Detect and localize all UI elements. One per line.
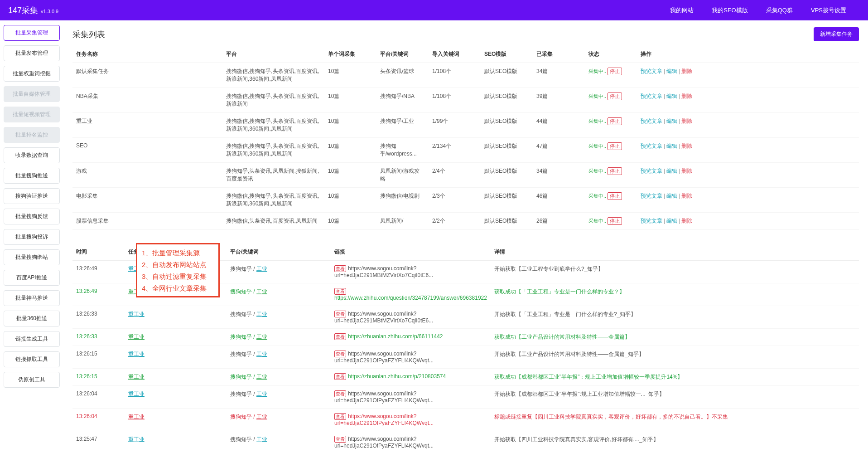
table-row: 重工业搜狗微信,搜狗知乎,头条资讯,百度资讯,新浪新闻,360新闻,凤凰新闻10…: [72, 113, 859, 138]
edit-link[interactable]: 编辑: [666, 143, 677, 149]
task-ops: 预览文章|编辑|删除: [637, 213, 859, 230]
sidebar-item-8[interactable]: 搜狗验证推送: [4, 188, 60, 204]
keyword-link[interactable]: 工业: [256, 374, 267, 380]
log-detail: 获取成功【「工业工程」专业是一门什么样的专业？】: [491, 283, 859, 306]
stop-button[interactable]: 停止: [608, 217, 622, 225]
stop-button[interactable]: 停止: [608, 167, 622, 175]
keyword-link[interactable]: 工业: [256, 436, 267, 443]
task-link[interactable]: 重工业: [128, 436, 145, 443]
delete-link[interactable]: 删除: [681, 143, 692, 149]
keyword-link[interactable]: 工业: [256, 266, 267, 272]
edit-link[interactable]: 编辑: [666, 193, 677, 199]
edit-link[interactable]: 编辑: [666, 168, 677, 174]
task-link[interactable]: 重工业: [128, 414, 145, 420]
nav-my-site[interactable]: 我的网站: [670, 6, 694, 15]
nav-vps-dial[interactable]: VPS拨号设置: [811, 6, 846, 15]
task-link[interactable]: 重工业: [128, 374, 145, 380]
sidebar-item-16[interactable]: 链接抓取工具: [4, 351, 60, 367]
nav-qq-group[interactable]: 采集QQ群: [766, 6, 793, 15]
sidebar-item-7[interactable]: 批量搜狗推送: [4, 168, 60, 184]
view-badge[interactable]: 查看: [334, 373, 346, 380]
sidebar-item-6[interactable]: 收录数据查询: [4, 147, 60, 163]
task-link[interactable]: 重工业: [128, 351, 145, 357]
sidebar-item-12[interactable]: 百度API推送: [4, 270, 60, 286]
log-keyword: 搜狗知乎 / 工业: [227, 431, 331, 453]
logo-area: 147采集 v1.3.0.9: [8, 5, 58, 16]
task-link[interactable]: 重工业: [128, 311, 145, 317]
log-keyword: 搜狗知乎 / 工业: [227, 329, 331, 346]
sidebar-item-2[interactable]: 批量权重词挖掘: [4, 66, 60, 82]
add-task-button[interactable]: 新增采集任务: [814, 27, 859, 41]
view-badge[interactable]: 查看: [334, 413, 346, 420]
sidebar-item-17[interactable]: 伪原创工具: [4, 372, 60, 388]
delete-link[interactable]: 删除: [681, 68, 692, 74]
stop-button[interactable]: 停止: [608, 117, 622, 125]
stop-button[interactable]: 停止: [608, 68, 622, 75]
preview-link[interactable]: 预览文章: [641, 218, 662, 224]
preview-link[interactable]: 预览文章: [641, 168, 662, 174]
keyword-link[interactable]: 工业: [256, 288, 267, 295]
task-keyword: 搜狗知乎/wordpress...: [376, 138, 429, 163]
log-task: 重工业: [125, 409, 227, 431]
delete-link[interactable]: 删除: [681, 118, 692, 124]
keyword-link[interactable]: 工业: [256, 414, 267, 420]
preview-link[interactable]: 预览文章: [641, 68, 662, 74]
top-nav: 我的网站 我的SEO模版 采集QQ群 VPS拨号设置: [670, 6, 860, 15]
log-time: 13:26:04: [72, 386, 125, 409]
edit-link[interactable]: 编辑: [666, 218, 677, 224]
sidebar-item-14[interactable]: 批量360推送: [4, 311, 60, 326]
preview-link[interactable]: 预览文章: [641, 118, 662, 124]
table-row: 默认采集任务搜狗微信,搜狗知乎,头条资讯,百度资讯,新浪新闻,360新闻,凤凰新…: [72, 63, 859, 88]
log-keyword: 搜狗知乎 / 工业: [227, 306, 331, 329]
view-badge[interactable]: 查看: [334, 351, 346, 357]
sidebar-item-13[interactable]: 批量神马推送: [4, 290, 60, 306]
edit-link[interactable]: 编辑: [666, 118, 677, 124]
preview-link[interactable]: 预览文章: [641, 193, 662, 199]
keyword-link[interactable]: 工业: [256, 351, 267, 357]
view-badge[interactable]: 查看: [334, 390, 346, 397]
sidebar-item-15[interactable]: 链接生成工具: [4, 331, 60, 347]
edit-link[interactable]: 编辑: [666, 68, 677, 74]
sidebar-item-1[interactable]: 批量发布管理: [4, 45, 60, 61]
task-name: NBA采集: [72, 88, 222, 113]
task-platform: 搜狗微信,搜狗知乎,头条资讯,百度资讯,新浪新闻,360新闻,凤凰新闻: [222, 113, 324, 138]
view-badge[interactable]: 查看: [334, 333, 346, 340]
log-header: 时间: [72, 244, 125, 261]
view-badge[interactable]: 查看: [334, 436, 346, 443]
task-template: 默认SEO模版: [481, 138, 533, 163]
task-collected: 26篇: [533, 213, 585, 230]
task-link[interactable]: 重工业: [128, 334, 145, 340]
log-task: 重工业: [125, 431, 227, 453]
delete-link[interactable]: 删除: [681, 218, 692, 224]
log-detail: 开始获取【四川工业科技学院真真实实,客观评价,好坏都有,..._知乎】: [491, 431, 859, 453]
task-single: 10篇: [324, 88, 376, 113]
task-single: 10篇: [324, 63, 376, 88]
stop-button[interactable]: 停止: [608, 192, 622, 200]
preview-link[interactable]: 预览文章: [641, 93, 662, 99]
delete-link[interactable]: 删除: [681, 193, 692, 199]
view-badge[interactable]: 查看: [334, 288, 346, 295]
log-detail: 标题或链接重复【四川工业科技学院真真实实，客观评价，好坏都有，多的不说自己看。】…: [491, 409, 859, 431]
delete-link[interactable]: 删除: [681, 168, 692, 174]
preview-link[interactable]: 预览文章: [641, 143, 662, 149]
nav-seo-template[interactable]: 我的SEO模版: [712, 6, 747, 15]
keyword-link[interactable]: 工业: [256, 334, 267, 340]
keyword-link[interactable]: 工业: [256, 391, 267, 397]
sidebar-item-9[interactable]: 批量搜狗反馈: [4, 209, 60, 224]
view-badge[interactable]: 查看: [334, 311, 346, 317]
task-link[interactable]: 重工业: [128, 391, 145, 397]
task-name: 电影采集: [72, 188, 222, 213]
sidebar-item-0[interactable]: 批量采集管理: [4, 25, 60, 41]
view-badge[interactable]: 查看: [334, 265, 346, 272]
delete-link[interactable]: 删除: [681, 93, 692, 99]
sidebar-item-10[interactable]: 批量搜狗投诉: [4, 229, 60, 245]
task-status: 采集中..停止: [585, 63, 637, 88]
keyword-link[interactable]: 工业: [256, 311, 267, 317]
edit-link[interactable]: 编辑: [666, 93, 677, 99]
log-link: 查看https://www.sogou.com/link?url=hedJjaC…: [331, 431, 491, 453]
task-keyword: 凤凰新闻/游戏攻略: [376, 163, 429, 188]
stop-button[interactable]: 停止: [608, 93, 622, 100]
sidebar-item-11[interactable]: 批量搜狗绑站: [4, 249, 60, 265]
stop-button[interactable]: 停止: [608, 142, 622, 150]
task-status: 采集中..停止: [585, 213, 637, 230]
